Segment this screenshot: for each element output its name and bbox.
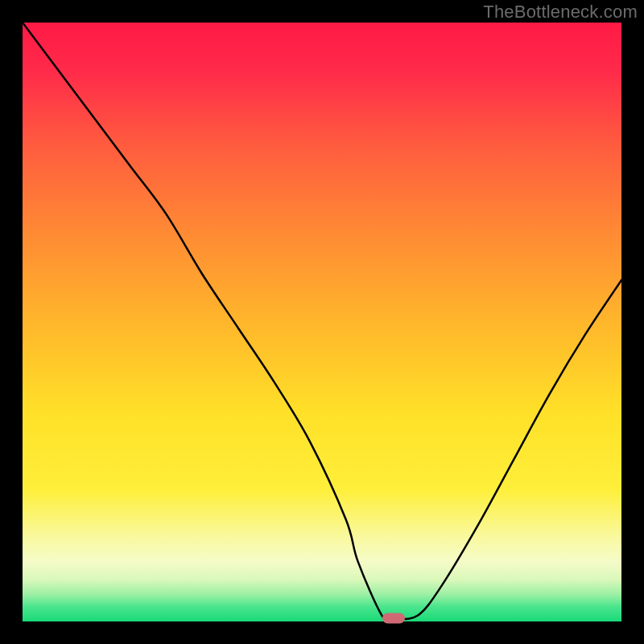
optimal-marker xyxy=(382,613,405,624)
bottleneck-curve xyxy=(23,23,621,621)
chart-frame: TheBottleneck.com xyxy=(0,0,644,644)
watermark-text: TheBottleneck.com xyxy=(483,2,638,23)
plot-area xyxy=(23,23,621,621)
